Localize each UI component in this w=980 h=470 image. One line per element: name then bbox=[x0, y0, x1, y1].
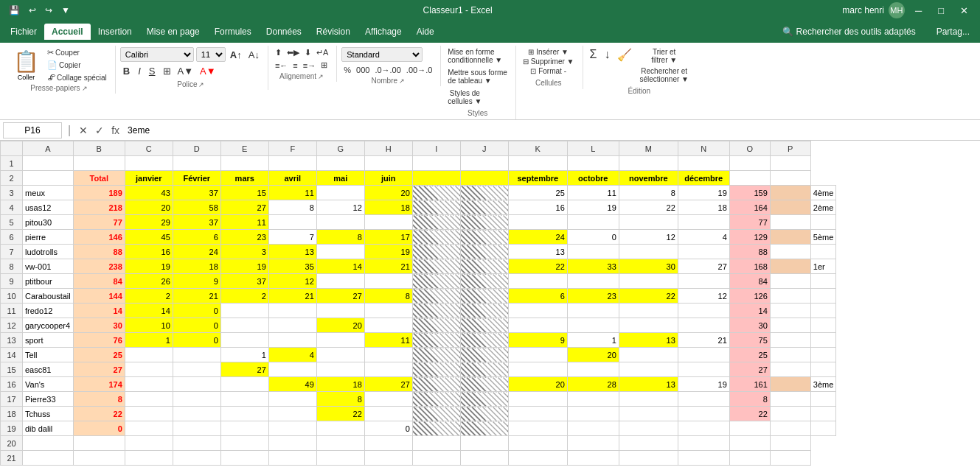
cell-N18[interactable] bbox=[678, 407, 729, 421]
cell-L2[interactable]: octobre bbox=[567, 171, 619, 186]
cell-L8[interactable]: 33 bbox=[567, 259, 619, 274]
cell-M16[interactable]: 13 bbox=[619, 377, 678, 392]
cell-M20[interactable] bbox=[619, 436, 678, 451]
cell-I16[interactable] bbox=[412, 377, 460, 392]
cell-J18[interactable] bbox=[460, 407, 508, 421]
cell-D14[interactable] bbox=[173, 348, 220, 362]
cell-G20[interactable] bbox=[316, 436, 364, 451]
cell-A21[interactable] bbox=[23, 451, 74, 466]
cell-H11[interactable] bbox=[364, 304, 412, 318]
cell-Q18[interactable] bbox=[810, 407, 836, 421]
couper-button[interactable]: ✂ Couper bbox=[45, 47, 109, 58]
cell-P21[interactable] bbox=[770, 451, 810, 466]
cell-O15[interactable]: 27 bbox=[729, 362, 770, 377]
cell-Q15[interactable] bbox=[810, 362, 836, 377]
cell-F16[interactable]: 49 bbox=[268, 377, 316, 392]
cell-Q14[interactable] bbox=[810, 348, 836, 362]
cell-J7[interactable] bbox=[460, 245, 508, 259]
col-header-a[interactable]: A bbox=[23, 141, 74, 156]
row-header-14[interactable]: 14 bbox=[1, 348, 23, 362]
cell-C10[interactable]: 2 bbox=[125, 289, 173, 304]
cell-D13[interactable]: 0 bbox=[173, 333, 220, 348]
cell-B6[interactable]: 146 bbox=[73, 230, 125, 245]
cell-H1[interactable] bbox=[364, 156, 412, 171]
cell-I5[interactable] bbox=[412, 215, 460, 230]
cell-D18[interactable] bbox=[173, 407, 220, 421]
cell-L21[interactable] bbox=[567, 451, 619, 466]
cancel-formula-button[interactable]: ✕ bbox=[77, 124, 90, 136]
cell-O7[interactable]: 88 bbox=[729, 245, 770, 259]
cell-K19[interactable] bbox=[508, 421, 567, 436]
cell-L18[interactable] bbox=[567, 407, 619, 421]
cell-A8[interactable]: vw-001 bbox=[23, 259, 74, 274]
menu-insertion[interactable]: Insertion bbox=[91, 24, 139, 40]
increase-decimal-button[interactable]: .0→.00 bbox=[372, 65, 403, 75]
cell-L3[interactable]: 11 bbox=[567, 186, 619, 200]
cell-C19[interactable] bbox=[125, 421, 173, 436]
cell-G1[interactable] bbox=[316, 156, 364, 171]
trier-filtrer-button[interactable]: Trier etfiltrer ▼ bbox=[637, 47, 691, 65]
cell-F6[interactable]: 7 bbox=[268, 230, 316, 245]
cell-F4[interactable]: 8 bbox=[268, 200, 316, 215]
cell-P18[interactable] bbox=[770, 407, 810, 421]
align-center-button[interactable]: ≡ bbox=[291, 60, 299, 71]
cell-P17[interactable] bbox=[770, 392, 810, 407]
cell-O4[interactable]: 164 bbox=[729, 200, 770, 215]
cell-Q17[interactable] bbox=[810, 392, 836, 407]
row-header-16[interactable]: 16 bbox=[1, 377, 23, 392]
cell-L6[interactable]: 0 bbox=[567, 230, 619, 245]
cell-N4[interactable]: 18 bbox=[678, 200, 729, 215]
cell-P12[interactable] bbox=[770, 318, 810, 333]
italic-button[interactable]: I bbox=[135, 65, 144, 77]
row-header-2[interactable]: 2 bbox=[1, 171, 23, 186]
cell-K11[interactable] bbox=[508, 304, 567, 318]
cell-K1[interactable] bbox=[508, 156, 567, 171]
cell-P2[interactable] bbox=[770, 171, 810, 186]
align-left-button[interactable]: ≡← bbox=[273, 60, 290, 71]
cell-Q10[interactable] bbox=[810, 289, 836, 304]
cell-F9[interactable]: 12 bbox=[268, 274, 316, 289]
row-header-18[interactable]: 18 bbox=[1, 407, 23, 421]
cell-N2[interactable]: décembre bbox=[678, 171, 729, 186]
cell-M1[interactable] bbox=[619, 156, 678, 171]
insert-function-button[interactable]: fx bbox=[109, 124, 122, 136]
customize-icon[interactable]: ▼ bbox=[58, 4, 73, 17]
cell-A11[interactable]: fredo12 bbox=[23, 304, 74, 318]
cell-N14[interactable] bbox=[678, 348, 729, 362]
menu-accueil[interactable]: Accueil bbox=[44, 24, 91, 40]
cell-B4[interactable]: 218 bbox=[73, 200, 125, 215]
cell-E8[interactable]: 19 bbox=[220, 259, 268, 274]
cell-O12[interactable]: 30 bbox=[729, 318, 770, 333]
inserer-button[interactable]: ⊞ Insérer ▼ bbox=[526, 47, 571, 57]
row-header-10[interactable]: 10 bbox=[1, 289, 23, 304]
cell-D1[interactable] bbox=[173, 156, 220, 171]
cell-F8[interactable]: 35 bbox=[268, 259, 316, 274]
cell-J19[interactable] bbox=[460, 421, 508, 436]
mise-en-forme-conditionnelle-button[interactable]: Mise en formeconditionnelle ▼ bbox=[445, 47, 504, 65]
cell-C3[interactable]: 43 bbox=[125, 186, 173, 200]
row-header-19[interactable]: 19 bbox=[1, 421, 23, 436]
cell-D3[interactable]: 37 bbox=[173, 186, 220, 200]
cell-C6[interactable]: 45 bbox=[125, 230, 173, 245]
cell-M13[interactable]: 13 bbox=[619, 333, 678, 348]
cell-C17[interactable] bbox=[125, 392, 173, 407]
underline-button[interactable]: S bbox=[146, 65, 159, 77]
cell-E15[interactable]: 27 bbox=[220, 362, 268, 377]
row-header-3[interactable]: 3 bbox=[1, 186, 23, 200]
somme-button[interactable]: Σ bbox=[588, 47, 600, 62]
cell-F1[interactable] bbox=[268, 156, 316, 171]
col-header-g[interactable]: G bbox=[316, 141, 364, 156]
cell-B18[interactable]: 22 bbox=[73, 407, 125, 421]
col-header-e[interactable]: E bbox=[220, 141, 268, 156]
cell-G11[interactable] bbox=[316, 304, 364, 318]
cell-O9[interactable]: 84 bbox=[729, 274, 770, 289]
cell-A9[interactable]: ptitbour bbox=[23, 274, 74, 289]
cell-K12[interactable] bbox=[508, 318, 567, 333]
menu-tools-search[interactable]: 🔍 Rechercher des outils adaptés bbox=[775, 24, 923, 40]
cell-J12[interactable] bbox=[460, 318, 508, 333]
cell-N3[interactable]: 19 bbox=[678, 186, 729, 200]
effacer-button[interactable]: 🧹 bbox=[615, 47, 634, 63]
cell-K14[interactable] bbox=[508, 348, 567, 362]
cell-C7[interactable]: 16 bbox=[125, 245, 173, 259]
cell-G2[interactable]: mai bbox=[316, 171, 364, 186]
